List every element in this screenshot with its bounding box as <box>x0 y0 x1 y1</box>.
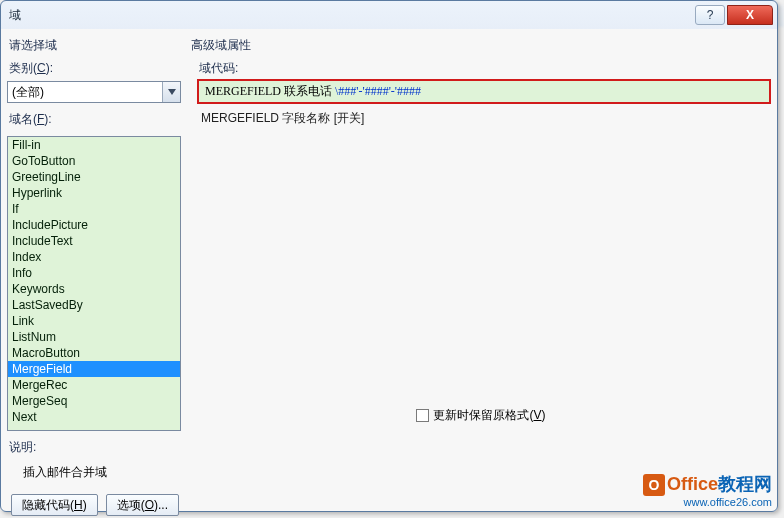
list-item[interactable]: GreetingLine <box>8 169 180 185</box>
field-syntax: MERGEFIELD 字段名称 [开关] <box>201 110 771 127</box>
dialog-body: 请选择域 类别(C): (全部) 域名(F): Fill-inGoToButto… <box>1 29 777 511</box>
category-combo[interactable]: (全部) <box>7 81 181 103</box>
close-icon: X <box>746 8 754 22</box>
list-item[interactable]: MergeField <box>8 361 180 377</box>
list-item[interactable]: LastSavedBy <box>8 297 180 313</box>
field-code-input[interactable]: MERGEFIELD 联系电话 \###'-'####'-'#### <box>197 79 771 104</box>
dialog-title: 域 <box>9 7 21 24</box>
help-button[interactable]: ? <box>695 5 725 25</box>
list-item[interactable]: Index <box>8 249 180 265</box>
preserve-format-label: 更新时保留原格式(V) <box>433 407 545 424</box>
field-dialog: 域 ? X 请选择域 类别(C): (全部) 域名(F): Fill-inGoT… <box>0 0 778 512</box>
options-button[interactable]: 选项(O)... <box>106 494 179 516</box>
chevron-down-icon <box>162 82 180 102</box>
preserve-format-row: 更新时保留原格式(V) <box>191 407 771 424</box>
list-item[interactable]: GoToButton <box>8 153 180 169</box>
watermark-brand1: Office <box>667 474 718 494</box>
list-item[interactable]: MacroButton <box>8 345 180 361</box>
category-value: (全部) <box>8 84 162 101</box>
field-names-list[interactable]: Fill-inGoToButtonGreetingLineHyperlinkIf… <box>7 136 181 431</box>
select-field-label: 请选择域 <box>9 37 181 54</box>
right-panel: 高级域属性 域代码: MERGEFIELD 联系电话 \###'-'####'-… <box>181 35 771 431</box>
description-label: 说明: <box>9 439 771 456</box>
category-label: 类别(C): <box>9 60 181 77</box>
list-item[interactable]: MergeSeq <box>8 393 180 409</box>
list-item[interactable]: IncludePicture <box>8 217 180 233</box>
office-icon: O <box>643 474 665 496</box>
list-item[interactable]: Hyperlink <box>8 185 180 201</box>
titlebar: 域 ? X <box>1 1 777 29</box>
list-item[interactable]: IncludeText <box>8 233 180 249</box>
watermark-brand2: 教程网 <box>718 474 772 494</box>
advanced-properties-label: 高级域属性 <box>191 37 771 54</box>
list-item[interactable]: Link <box>8 313 180 329</box>
left-panel: 请选择域 类别(C): (全部) 域名(F): Fill-inGoToButto… <box>7 35 181 431</box>
field-names-label: 域名(F): <box>9 111 181 128</box>
help-icon: ? <box>707 8 714 22</box>
list-item[interactable]: If <box>8 201 180 217</box>
list-item[interactable]: Keywords <box>8 281 180 297</box>
field-code-format: \###'-'####'-'#### <box>335 84 421 98</box>
close-button[interactable]: X <box>727 5 773 25</box>
field-code-prefix: MERGEFIELD 联系电话 <box>205 84 335 98</box>
window-buttons: ? X <box>693 5 773 25</box>
list-item[interactable]: Next <box>8 409 180 425</box>
preserve-format-checkbox[interactable] <box>416 409 429 422</box>
list-item[interactable]: Info <box>8 265 180 281</box>
hide-codes-button[interactable]: 隐藏代码(H) <box>11 494 98 516</box>
watermark: OOffice教程网 www.office26.com <box>643 472 772 508</box>
list-item[interactable]: ListNum <box>8 329 180 345</box>
list-item[interactable]: Fill-in <box>8 137 180 153</box>
list-item[interactable]: MergeRec <box>8 377 180 393</box>
field-code-label: 域代码: <box>199 60 771 77</box>
watermark-url: www.office26.com <box>643 496 772 508</box>
